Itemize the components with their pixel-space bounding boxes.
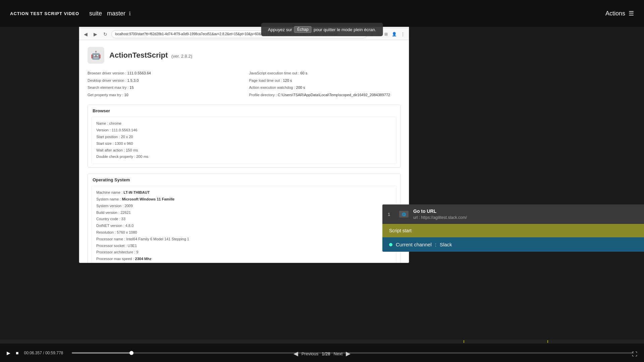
- processor-arch-row: Processor architecture : 9: [96, 249, 392, 256]
- search-element-label: Search element max try :: [88, 85, 128, 89]
- action-number: 1: [388, 212, 394, 217]
- ats-app-name: ActionTestScript: [109, 51, 168, 59]
- page-load-timeout: Page load time out : 120 s: [249, 78, 401, 84]
- get-property-value: 10: [124, 93, 128, 97]
- ats-logo: 🤖: [88, 47, 104, 64]
- channel-name: Slack: [440, 242, 452, 247]
- browser-window: 🌐 f62d28b1-4d74-4f79-a0d9-199... ✕ + ⌄ —…: [79, 15, 409, 263]
- os-section: Operating System Machine name : LT-W-THI…: [88, 174, 400, 263]
- action-url-detail: url : https://agilitest.slack.com/: [413, 215, 467, 220]
- timeline[interactable]: [72, 352, 634, 354]
- browser-double-check-row: Double check property : 200 ms: [96, 154, 392, 160]
- time-current: 00:06.357: [24, 351, 42, 355]
- timeline-handle[interactable]: [129, 351, 133, 355]
- notif-prefix: Appuyez sur: [268, 27, 292, 32]
- browser-driver-label: Browser driver version :: [88, 71, 126, 75]
- marker-1: [464, 340, 464, 343]
- browser-section-inner: Name : chrome Version : 111.0.5563.146 S…: [91, 117, 397, 164]
- os-section-title: Operating System: [88, 174, 400, 186]
- script-start-bar: Script start: [382, 224, 644, 237]
- browser-content: 🤖 ActionTestScript (ver. 2.8.2) Browser …: [79, 40, 409, 263]
- channel-indicator: [389, 243, 392, 246]
- previous-button[interactable]: ◀: [293, 350, 298, 357]
- actions-label: Actions: [605, 10, 625, 17]
- action-watchdog: Action execution watchdog : 200 s: [249, 85, 401, 91]
- resolution-row: Resolution : 5760 x 1080: [96, 229, 392, 236]
- page-count: 1/28: [322, 351, 330, 356]
- back-button[interactable]: ◀: [82, 31, 90, 38]
- profile-dir-label: Profile directory :: [249, 93, 277, 97]
- nav-controls: ◀ Previous 1/28 Next ▶: [293, 350, 351, 357]
- browser-driver-version: Browser driver version : 111.0.5563.64: [88, 70, 239, 76]
- action-item: 1 🌐 Go to URL url : https://agilitest.sl…: [382, 204, 644, 224]
- desktop-driver-label: Desktop driver version :: [88, 78, 126, 82]
- marker-2: [547, 340, 548, 343]
- os-section-inner: Machine name : LT-W-THIBAUT System name …: [91, 186, 397, 263]
- js-timeout-label: JavaScript execution time out :: [249, 71, 300, 75]
- info-grid: Browser driver version : 111.0.5563.64 J…: [88, 70, 400, 98]
- fullscreen-button[interactable]: ⛶: [632, 351, 637, 357]
- browser-section-title: Browser: [88, 105, 400, 117]
- profile-directory: Profile directory : C:\Users\TSAR\AppDat…: [249, 92, 401, 98]
- page-total: 28: [325, 351, 330, 356]
- next-label: Next: [334, 351, 343, 356]
- notif-suffix: pour quitter le mode plein écran.: [314, 27, 376, 32]
- browser-driver-value: 111.0.5563.64: [127, 71, 151, 75]
- timeline-markers: [0, 340, 644, 344]
- processor-max-speed-row: Processor max speed : 2304 Mhz: [96, 256, 392, 262]
- stop-button[interactable]: ■: [16, 350, 18, 356]
- desktop-driver-version: Desktop driver version : 1.5.3.0: [88, 78, 239, 84]
- browser-wait-after-row: Wait after action : 150 ms: [96, 147, 392, 154]
- ats-header: 🤖 ActionTestScript (ver. 2.8.2): [88, 47, 400, 64]
- get-property-max-try: Get property max try : 10: [88, 92, 239, 98]
- browser-name-row: Name : chrome: [96, 120, 392, 127]
- forward-button[interactable]: ▶: [92, 31, 99, 38]
- tab-grid-icon[interactable]: ⊞: [383, 31, 389, 37]
- watchdog-value: 200 s: [296, 85, 305, 89]
- time-separator: /: [43, 351, 45, 355]
- build-version-row: Build version : 22621: [96, 209, 392, 216]
- menu-icon: ☰: [629, 10, 634, 17]
- system-name-row: System name : Microsoft Windows 11 Famil…: [96, 196, 392, 203]
- next-button[interactable]: ▶: [346, 350, 351, 357]
- browser-start-pos-row: Start position : 20 x 20: [96, 134, 392, 140]
- browser-start-size-row: Start size : 1300 x 960: [96, 140, 392, 147]
- get-property-label: Get property max try :: [88, 93, 123, 97]
- current-channel-bar: Current channel : Slack: [382, 237, 644, 252]
- desktop-driver-value: 1.5.3.0: [127, 78, 139, 82]
- fullscreen-notification: Appuyez sur Échap pour quitter le mode p…: [261, 23, 383, 36]
- channel-label: Current channel: [396, 242, 432, 247]
- processor-cores-row: Processor cores : 8: [96, 262, 392, 263]
- action-details: Go to URL url : https://agilitest.slack.…: [413, 208, 467, 220]
- escape-key: Échap: [294, 26, 312, 33]
- chrome-icon: 🌐: [402, 213, 406, 216]
- info-icon[interactable]: ℹ: [129, 10, 131, 17]
- timeline-progress: [72, 352, 131, 354]
- branch-label: master: [107, 10, 125, 17]
- search-element-value: 15: [129, 85, 133, 89]
- page-load-label: Page load time out :: [249, 78, 282, 82]
- action-name: Go to URL: [413, 208, 467, 214]
- suite-label: suite: [89, 10, 102, 17]
- bottom-bar: ▶ ■ 00:06.357 / 00:59.778 ◀ Previous 1/2…: [0, 344, 644, 362]
- previous-label: Previous: [302, 351, 319, 356]
- ats-app-version: (ver. 2.8.2): [171, 54, 192, 59]
- actions-menu[interactable]: Actions ☰: [605, 10, 634, 17]
- refresh-button[interactable]: ↻: [101, 31, 109, 38]
- app-title: ACTION TEST SCRIPT VIDEO: [10, 11, 79, 16]
- browser-version-row: Version : 111.0.5563.146: [96, 127, 392, 134]
- country-code-row: Country code : 33: [96, 216, 392, 223]
- js-execution-timeout: JavaScript execution time out : 60 s: [249, 70, 401, 76]
- play-button[interactable]: ▶: [7, 350, 10, 356]
- processor-socket-row: Processor socket : U3E1: [96, 243, 392, 249]
- more-icon[interactable]: ⋮: [399, 31, 406, 37]
- browser-section: Browser Name : chrome Version : 111.0.55…: [88, 105, 400, 168]
- channel-separator: :: [435, 242, 436, 247]
- search-element-max-try: Search element max try : 15: [88, 85, 239, 91]
- profile-icon[interactable]: 👤: [390, 31, 398, 37]
- machine-name-row: Machine name : LT-W-THIBAUT: [96, 189, 392, 196]
- system-version-row: System version : 2009: [96, 203, 392, 209]
- action-icon: 🌐: [399, 211, 409, 218]
- profile-dir-value: C:\Users\TSAR\AppData\Local\Temp\scoped_…: [278, 93, 390, 97]
- time-display: 00:06.357 / 00:59.778: [24, 351, 63, 355]
